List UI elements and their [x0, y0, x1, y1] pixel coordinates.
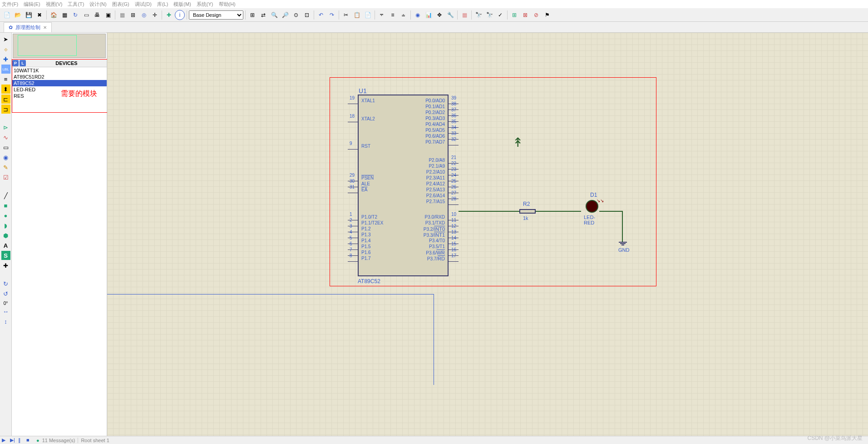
pick-button[interactable]: P: [12, 60, 19, 66]
terminal-tool-icon[interactable]: ⊐: [1, 105, 10, 114]
rotate-ccw-icon[interactable]: ↺: [1, 289, 10, 298]
menu-item[interactable]: 图表(G): [112, 1, 129, 7]
refresh-icon[interactable]: ↻: [70, 10, 80, 20]
menu-item[interactable]: 调试(D): [135, 1, 152, 7]
area-icon[interactable]: ▣: [103, 10, 113, 20]
schematic-icon[interactable]: ▦: [59, 10, 69, 20]
arc-tool-icon[interactable]: ◗: [1, 221, 10, 230]
transfer-icon[interactable]: ⇄: [258, 10, 268, 20]
probe-tool-icon[interactable]: ✎: [1, 163, 10, 172]
page-icon[interactable]: ▭: [81, 10, 91, 20]
crosshair-icon[interactable]: ✛: [150, 10, 160, 20]
menu-item[interactable]: 视图(V): [46, 1, 63, 7]
text-script-icon[interactable]: ≡: [1, 75, 10, 84]
target-icon[interactable]: ◎: [139, 10, 149, 20]
path-tool-icon[interactable]: ⬢: [1, 231, 10, 240]
symbol-tool-icon[interactable]: S: [1, 251, 10, 260]
save-icon[interactable]: 💾: [24, 10, 34, 20]
group1-icon[interactable]: ⊞: [247, 10, 257, 20]
del-red-icon[interactable]: ⊠: [520, 10, 530, 20]
print-icon[interactable]: 🖶: [92, 10, 102, 20]
layer-icon[interactable]: ⊞: [128, 10, 138, 20]
plus-icon[interactable]: ✚: [164, 10, 174, 20]
ground-symbol[interactable]: GND: [618, 242, 629, 253]
flip-v-icon[interactable]: ↕: [1, 317, 10, 326]
schematic-canvas[interactable]: U1 AT89C52 19XTAL118XTAL29RST29PSEN30ALE…: [107, 33, 868, 436]
device-item[interactable]: AT89C52: [12, 80, 107, 86]
pin[interactable]: 28P2.7/A15: [449, 202, 459, 208]
compile-icon[interactable]: ▦: [459, 10, 469, 20]
add-green-icon[interactable]: ⊞: [509, 10, 519, 20]
component-tool-icon[interactable]: ⟐: [1, 45, 10, 54]
close-icon[interactable]: ✖: [35, 10, 44, 20]
home-icon[interactable]: 🏠: [49, 10, 59, 20]
rotate-cw-icon[interactable]: ↻: [1, 279, 10, 288]
pin[interactable]: 9RST: [348, 146, 358, 152]
grid-icon[interactable]: ▦: [117, 10, 127, 20]
tape-tool-icon[interactable]: ▭: [1, 143, 10, 152]
pin-tool-icon[interactable]: ⊳: [1, 123, 10, 132]
chart-icon[interactable]: 📊: [424, 10, 434, 20]
power-arrow-icon[interactable]: ↟: [513, 135, 523, 150]
circle-tool-icon[interactable]: ●: [1, 211, 10, 220]
move-icon[interactable]: ✥: [434, 10, 444, 20]
align-bot-icon[interactable]: ⫨: [399, 10, 409, 20]
resistor-r2[interactable]: R2 1k: [519, 209, 536, 214]
menu-item[interactable]: 系统(Y): [197, 1, 213, 7]
pin[interactable]: 8P1.7: [348, 259, 358, 264]
menu-item[interactable]: 文件(F): [2, 1, 18, 7]
library-button[interactable]: L: [20, 60, 26, 66]
line-tool-icon[interactable]: ╱: [1, 191, 10, 200]
overview-window[interactable]: [13, 34, 106, 58]
device-item[interactable]: 10WATT1K: [12, 67, 107, 74]
tab-close-icon[interactable]: ✕: [43, 25, 47, 30]
zoom-in-icon[interactable]: 🔍: [269, 10, 279, 20]
bus-tool-icon[interactable]: ⬍: [1, 85, 10, 94]
pin[interactable]: 32P0.7/AD7: [449, 142, 459, 148]
verify-icon[interactable]: ✓: [495, 10, 505, 20]
paste-icon[interactable]: 📄: [363, 10, 373, 20]
zoom-area-icon[interactable]: ⊡: [302, 10, 312, 20]
menu-item[interactable]: 模版(M): [173, 1, 191, 7]
menu-item[interactable]: 设计(N): [89, 1, 106, 7]
cut-icon[interactable]: ✂: [341, 10, 351, 20]
undo-icon[interactable]: ↶: [316, 10, 326, 20]
menu-item[interactable]: 编辑(E): [24, 1, 40, 7]
subcircuit-tool-icon[interactable]: ⊏: [1, 95, 10, 104]
design-select[interactable]: Base Design: [189, 10, 243, 20]
device-item[interactable]: AT89C51RD2: [12, 74, 107, 80]
step-icon[interactable]: ▶|: [10, 437, 17, 444]
marker-tool-icon[interactable]: ✚: [1, 261, 10, 270]
open-file-icon[interactable]: 📂: [13, 10, 23, 20]
align-top-icon[interactable]: ⫧: [377, 10, 387, 20]
generator-tool-icon[interactable]: ◉: [1, 153, 10, 162]
flip-h-icon[interactable]: ↔: [1, 307, 10, 316]
net-icon[interactable]: ◉: [413, 10, 423, 20]
zoom-fit-icon[interactable]: ⊙: [291, 10, 301, 20]
tab-schematic[interactable]: ✿ 原理图绘制 ✕: [4, 22, 52, 32]
instrument-tool-icon[interactable]: ☑: [1, 173, 10, 182]
copy-icon[interactable]: 📋: [352, 10, 362, 20]
stop-icon[interactable]: ■: [26, 437, 34, 444]
pin[interactable]: 19XTAL1: [348, 101, 358, 107]
search-icon[interactable]: 🔭: [473, 10, 483, 20]
box-tool-icon[interactable]: ■: [1, 201, 10, 210]
junction-tool-icon[interactable]: ✚: [1, 55, 10, 64]
info-icon[interactable]: i: [175, 10, 185, 20]
play-icon[interactable]: ▶: [2, 437, 9, 444]
pin[interactable]: 18XTAL2: [348, 119, 358, 125]
tools-icon[interactable]: 🔧: [445, 10, 455, 20]
pin[interactable]: 31EA: [348, 190, 358, 196]
warn-icon[interactable]: ⊘: [531, 10, 541, 20]
text-tool-icon[interactable]: A: [1, 241, 10, 250]
new-file-icon[interactable]: 📄: [2, 10, 12, 20]
menu-item[interactable]: 工具(T): [68, 1, 84, 7]
pause-icon[interactable]: ‖: [18, 437, 25, 444]
status-messages[interactable]: 11 Message(s): [42, 438, 75, 443]
graph-tool-icon[interactable]: ∿: [1, 133, 10, 142]
menu-item[interactable]: 库(L): [157, 1, 168, 7]
device-list[interactable]: 10WATT1KAT89C51RD2AT89C52LED-REDRES: [12, 67, 107, 436]
select-tool-icon[interactable]: ➤: [1, 35, 10, 44]
align-mid-icon[interactable]: ≡: [388, 10, 398, 20]
zoom-out-icon[interactable]: 🔎: [280, 10, 290, 20]
